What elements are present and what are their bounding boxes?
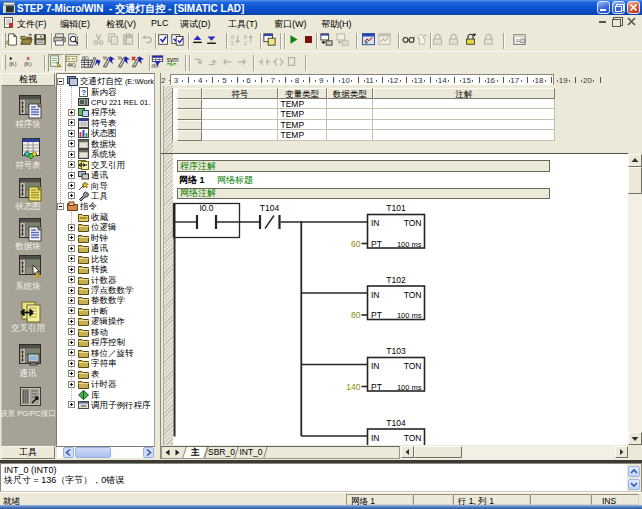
svg-text:100 ms: 100 ms (397, 240, 422, 249)
svg-text:PT: PT (371, 310, 382, 320)
svg-text:%: % (117, 55, 122, 61)
svg-text:(K): (K) (9, 61, 17, 67)
svg-text:T101: T101 (386, 203, 406, 213)
svg-text:I0.0: I0.0 (199, 203, 213, 213)
svg-text:TON: TON (404, 218, 422, 228)
svg-text:80: 80 (351, 310, 361, 320)
svg-text:2: 2 (230, 40, 234, 46)
svg-text:TON: TON (404, 290, 422, 300)
svg-text:IN: IN (371, 218, 380, 228)
svg-text:IN: IN (371, 290, 380, 300)
svg-text:TON: TON (404, 361, 422, 371)
svg-text:x: x (26, 55, 30, 61)
svg-text:100 ms: 100 ms (397, 311, 422, 320)
svg-text:T104: T104 (386, 418, 406, 428)
svg-text:2: 2 (243, 40, 247, 46)
svg-text:(K): (K) (24, 61, 32, 67)
svg-text:?: ? (81, 88, 86, 97)
svg-text:TON: TON (404, 433, 422, 443)
svg-text:%: % (103, 55, 108, 61)
svg-text:IN: IN (371, 433, 380, 443)
svg-text:60: 60 (351, 239, 361, 249)
svg-text:T103: T103 (386, 346, 406, 356)
svg-text:T102: T102 (386, 275, 406, 285)
svg-text:PT: PT (371, 382, 382, 392)
svg-text:sym: sym (167, 56, 179, 64)
svg-text:140: 140 (346, 382, 360, 392)
svg-text:T104: T104 (260, 203, 280, 213)
svg-text:100 ms: 100 ms (397, 383, 422, 392)
svg-text:(K): (K) (151, 63, 158, 68)
svg-text:8: 8 (243, 34, 247, 40)
svg-text:IN: IN (371, 361, 380, 371)
svg-text:8: 8 (230, 34, 234, 40)
svg-text:PT: PT (371, 239, 382, 249)
